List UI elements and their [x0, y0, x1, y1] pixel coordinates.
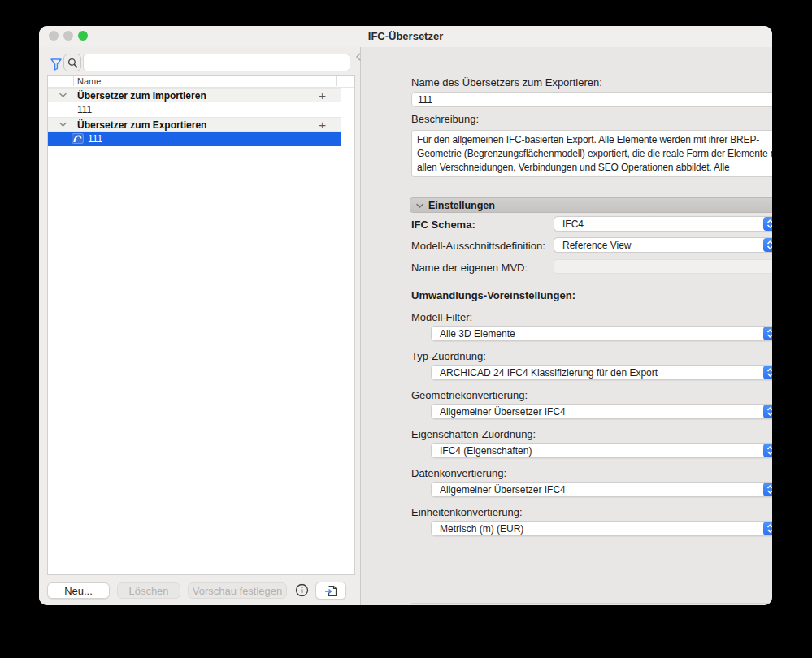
settings-section-header[interactable]: Einstellungen [410, 197, 772, 213]
column-divider [73, 76, 74, 86]
presets-header: Umwandlungs-Voreinstellungen: [411, 289, 575, 301]
schema-dropdown[interactable]: IFC4 [554, 216, 772, 232]
model-filter-value: Alle 3D Elemente [440, 328, 515, 340]
list-item-label: 111 [77, 104, 92, 115]
type-mapping-label: Typ-Zuordnung: [411, 350, 486, 362]
model-filter-dropdown[interactable]: Alle 3D Elemente [431, 326, 772, 341]
dropdown-stepper-icon [763, 217, 772, 231]
dropdown-stepper-icon [763, 405, 772, 418]
geometry-conversion-label: Geometriekonvertierung: [411, 389, 528, 401]
chevron-down-icon[interactable] [59, 122, 67, 128]
group-row-import[interactable]: Übersetzer zum Importieren + [48, 88, 341, 102]
settings-header-label: Einstellungen [428, 200, 495, 211]
import-export-button[interactable] [315, 582, 346, 600]
property-mapping-value: IFC4 (Eigenschaften) [440, 445, 532, 457]
group-label: Übersetzer zum Exportieren [77, 119, 206, 131]
description-textarea[interactable]: Für den allgemeinen IFC-basierten Export… [411, 130, 772, 177]
dropdown-stepper-icon [763, 366, 772, 379]
column-header-label: Name [77, 76, 101, 86]
new-button[interactable]: Neu... [47, 582, 110, 599]
footer-divider [411, 603, 772, 604]
description-text: Für den allgemeinen IFC-basierten Export… [417, 133, 772, 177]
type-mapping-value: ARCHICAD 24 IFC4 Klassifizierung für den… [440, 367, 658, 379]
translator-list: Name Übersetzer zum Importieren + 111 Üb… [47, 75, 355, 575]
property-mapping-label: Eigenschaften-Zuordnung: [411, 428, 536, 440]
list-item-export-111-selected[interactable]: 111 [48, 132, 341, 146]
search-button[interactable] [63, 54, 81, 71]
title-bar: IFC-Übersetzer [39, 26, 772, 47]
name-input-value: 111 [418, 94, 432, 106]
chevron-down-icon [416, 203, 423, 209]
dropdown-stepper-icon [763, 483, 772, 496]
geometry-conversion-dropdown[interactable]: Allgemeiner Übersetzer IFC4 [431, 404, 772, 419]
dropdown-stepper-icon [763, 327, 772, 340]
dropdown-stepper-icon [763, 444, 772, 457]
description-label: Beschreibung: [411, 113, 479, 125]
data-conversion-label: Datenkonvertierung: [411, 467, 506, 479]
type-mapping-dropdown[interactable]: ARCHICAD 24 IFC4 Klassifizierung für den… [431, 365, 772, 380]
search-icon [67, 58, 78, 68]
search-input[interactable] [83, 54, 350, 71]
screen-background: IFC-Übersetzer Name Übersetzer zum Impor… [0, 0, 812, 658]
property-mapping-dropdown[interactable]: IFC4 (Eigenschaften) [431, 443, 772, 458]
geometry-conversion-value: Allgemeiner Übersetzer IFC4 [440, 406, 566, 418]
section-divider [411, 284, 772, 284]
custom-mvd-input [554, 259, 772, 274]
document-arrow-icon [324, 585, 337, 597]
dropdown-stepper-icon [763, 238, 772, 252]
name-input[interactable]: 111 [411, 92, 772, 107]
schema-label: IFC Schema: [411, 219, 475, 231]
dropdown-stepper-icon [763, 522, 772, 535]
delete-button[interactable]: Löschen [117, 582, 180, 599]
unit-conversion-dropdown[interactable]: Metrisch (m) (EUR) [431, 521, 772, 536]
ifc-translator-dialog: IFC-Übersetzer Name Übersetzer zum Impor… [39, 26, 772, 605]
data-conversion-dropdown[interactable]: Allgemeiner Übersetzer IFC4 [431, 482, 772, 497]
window-title: IFC-Übersetzer [39, 30, 772, 42]
translator-detail-panel: Name des Übersetzers zum Exportieren: 11… [361, 47, 772, 605]
set-preview-button[interactable]: Vorschau festlegen [188, 582, 287, 599]
unit-conversion-value: Metrisch (m) (EUR) [440, 523, 523, 535]
view-definition-label: Modell-Ausschnittsdefinition: [411, 240, 545, 252]
list-column-header[interactable]: Name [48, 76, 354, 88]
group-label: Übersetzer zum Importieren [77, 90, 206, 102]
model-filter-label: Modell-Filter: [411, 311, 472, 323]
filter-icon[interactable] [50, 58, 62, 71]
data-conversion-value: Allgemeiner Übersetzer IFC4 [440, 484, 566, 496]
custom-mvd-label: Name der eigenen MVD: [411, 262, 528, 274]
column-divider [336, 76, 337, 86]
add-translator-icon[interactable]: + [319, 118, 326, 132]
name-label: Name des Übersetzers zum Exportieren: [411, 76, 602, 89]
schema-value: IFC4 [562, 219, 584, 230]
list-item-import-111[interactable]: 111 [48, 102, 341, 117]
list-item-label: 111 [88, 133, 102, 145]
archicad-translator-icon [72, 133, 84, 144]
unit-conversion-label: Einheitenkonvertierung: [411, 506, 523, 518]
group-row-export[interactable]: Übersetzer zum Exportieren + [48, 117, 341, 132]
view-definition-dropdown[interactable]: Reference View [554, 237, 772, 253]
info-button[interactable] [295, 583, 309, 597]
info-icon [295, 583, 309, 597]
add-translator-icon[interactable]: + [319, 89, 326, 103]
chevron-down-icon[interactable] [59, 93, 67, 98]
view-definition-value: Reference View [562, 240, 632, 251]
